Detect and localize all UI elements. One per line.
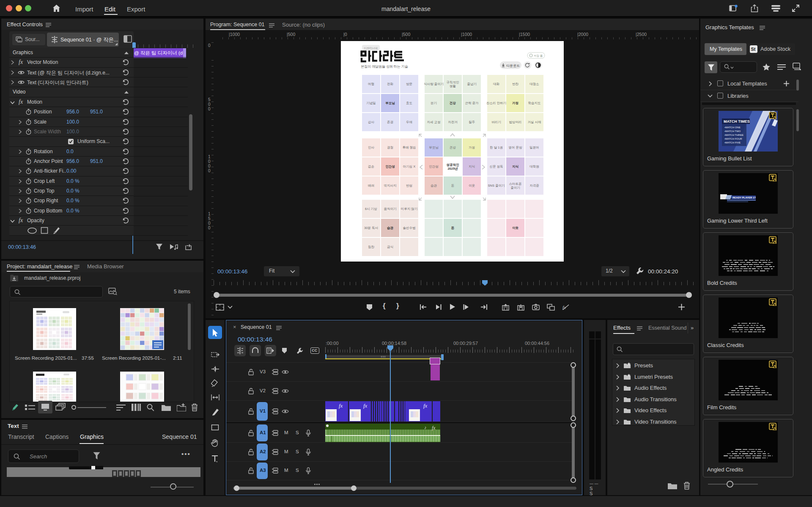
svg-text:신문 정독: 신문 정독 <box>489 165 503 168</box>
svg-text:인간성: 인간성 <box>429 165 439 168</box>
svg-text:본질의 깨달음을 성취 하는 기술: 본질의 깨달음을 성취 하는 기술 <box>361 64 408 69</box>
svg-text:솔선수범: 솔선수범 <box>403 226 416 230</box>
svg-text:자세 교정: 자세 교정 <box>427 120 440 124</box>
svg-text:후배 챙김: 후배 챙김 <box>402 146 416 149</box>
svg-text:버리기: 버리기 <box>491 120 501 124</box>
svg-text:배려: 배려 <box>368 184 374 187</box>
svg-text:돈: 돈 <box>451 184 455 187</box>
svg-text:READY PLAYER 1?: READY PLAYER 1? <box>732 196 756 199</box>
svg-text:일본어: 일본어 <box>529 146 539 149</box>
svg-text:감사: 감사 <box>368 120 375 124</box>
svg-text:저장 룸: 저장 룸 <box>534 54 543 58</box>
svg-text:부모님: 부모님 <box>429 146 439 149</box>
svg-text:효도: 효도 <box>406 101 412 105</box>
svg-text:기념일: 기념일 <box>366 101 376 105</box>
svg-text:금식: 금식 <box>387 245 393 249</box>
svg-text:미루지 않기: 미루지 않기 <box>401 207 418 211</box>
svg-text:반성: 반성 <box>406 184 412 187</box>
svg-text:자전거: 자전거 <box>448 120 458 124</box>
svg-text:MATCH TIMES: MATCH TIMES <box>724 119 750 124</box>
svg-text:경청: 경청 <box>387 146 393 149</box>
svg-text:전화: 전화 <box>387 82 394 86</box>
svg-text:방문: 방문 <box>406 82 412 86</box>
svg-text:칭찬: 칭찬 <box>368 245 375 249</box>
svg-text:6시 기상: 6시 기상 <box>365 207 377 211</box>
svg-text:지식: 지식 <box>469 165 475 168</box>
svg-text:걷기: 걷기 <box>431 101 437 105</box>
svg-text:근력 증가: 근력 증가 <box>465 101 479 105</box>
svg-text:가정: 가정 <box>512 101 518 105</box>
svg-text:잔소리 안하기: 잔소리 안하기 <box>486 101 506 105</box>
svg-text:줄이기: 줄이기 <box>510 186 520 190</box>
svg-text:대화: 대화 <box>493 82 500 86</box>
svg-text:아기심 X: 아기심 X <box>403 165 416 168</box>
svg-text:여행: 여행 <box>368 82 374 86</box>
svg-text:•MATCH ONE: •MATCH ONE <box>724 126 741 129</box>
svg-text:가정: 가정 <box>469 146 475 149</box>
svg-text:우애: 우애 <box>406 120 412 124</box>
svg-text:30분 독서: 30분 독서 <box>364 226 378 230</box>
svg-text:•MATCH THREE: •MATCH THREE <box>724 134 743 136</box>
svg-text:줄넘기: 줄넘기 <box>467 82 477 86</box>
svg-text:대학원: 대학원 <box>529 165 539 168</box>
svg-text:자격증: 자격증 <box>529 184 539 187</box>
svg-text:생활: 생활 <box>450 84 456 88</box>
svg-text:습관: 습관 <box>387 226 394 230</box>
svg-text:인사: 인사 <box>368 146 375 149</box>
svg-text:건강: 건강 <box>450 101 456 105</box>
svg-text:겸손: 겸손 <box>368 165 374 168</box>
svg-text:COMPANY: COMPANY <box>741 276 752 276</box>
svg-text:학습지도: 학습지도 <box>528 101 541 105</box>
svg-text:2025년: 2025년 <box>447 167 458 171</box>
svg-text:부모님: 부모님 <box>385 101 395 105</box>
svg-text:SNS 줄이기: SNS 줄이기 <box>488 184 505 187</box>
svg-text:밥상머리: 밥상머리 <box>509 120 522 124</box>
svg-text:역지사지: 역지사지 <box>384 184 397 187</box>
svg-text:지식: 지식 <box>512 165 518 168</box>
svg-text:움직이기: 움직이기 <box>384 207 397 211</box>
svg-text:대청소: 대청소 <box>529 82 539 86</box>
svg-text:습관: 습관 <box>431 184 437 187</box>
svg-text:질주: 질주 <box>469 120 475 124</box>
svg-text:디자이너의: 디자이너의 <box>364 47 378 50</box>
svg-text:반찬: 반찬 <box>512 82 519 86</box>
svg-text:거실 서재: 거실 서재 <box>527 120 541 124</box>
svg-text:건강: 건강 <box>450 146 456 149</box>
svg-text:영어 문장: 영어 문장 <box>508 146 522 149</box>
svg-text:식사량 줄이기: 식사량 줄이기 <box>424 82 444 86</box>
svg-text:인간성: 인간성 <box>385 165 395 168</box>
svg-text:이웃: 이웃 <box>512 226 519 230</box>
svg-text:이웃: 이웃 <box>469 184 475 187</box>
svg-text:•MATCH FIVE: •MATCH FIVE <box>724 141 741 144</box>
svg-text:돈: 돈 <box>451 226 455 230</box>
svg-text:한 달 1권: 한 달 1권 <box>490 146 503 149</box>
svg-text:•MATCH FOUR: •MATCH FOUR <box>724 138 742 140</box>
svg-text:•MATCH TWO: •MATCH TWO <box>724 130 741 132</box>
svg-text:존경: 존경 <box>387 120 393 124</box>
svg-text:다운로드: 다운로드 <box>506 64 520 68</box>
